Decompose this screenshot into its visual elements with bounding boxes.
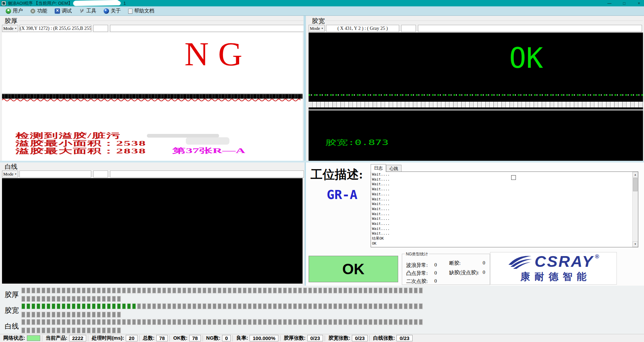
tile-empty xyxy=(107,328,111,333)
tile-empty xyxy=(283,288,287,293)
menu-item-tools[interactable]: 工具 xyxy=(75,7,100,15)
separator xyxy=(139,335,140,341)
menu-item-functions[interactable]: 功能 xyxy=(26,7,51,15)
tile-empty xyxy=(338,288,342,293)
tile-empty xyxy=(112,288,116,293)
menu-label: 关于 xyxy=(111,8,121,14)
result-text-ok: OK xyxy=(509,44,543,72)
status-item: 处理时间(ms):20 xyxy=(90,335,137,341)
menu-item-user[interactable]: 用户 xyxy=(2,7,26,15)
tile-empty xyxy=(152,303,156,309)
maximize-button[interactable]: □ xyxy=(621,1,627,6)
tile-empty xyxy=(343,319,347,325)
window-title: 侧涂AOI程序 【当前用户: OEM】 xyxy=(8,0,72,6)
tile-empty xyxy=(87,312,91,317)
tile-ok xyxy=(32,303,35,309)
log-scrollbar[interactable]: ▲ ▼ xyxy=(632,172,638,247)
tile-empty xyxy=(57,319,60,325)
tile-empty xyxy=(318,303,322,309)
tile-empty xyxy=(223,319,226,325)
tile-empty xyxy=(32,312,35,317)
tile-ok xyxy=(72,303,75,309)
tab-log[interactable]: 日志 xyxy=(371,164,386,172)
tab-heartbeat[interactable]: 心跳 xyxy=(386,165,401,172)
ng-stat-value: 0 xyxy=(434,278,437,284)
tile-ok xyxy=(127,303,131,309)
tile-empty xyxy=(26,319,30,325)
mode-dropdown[interactable]: Mode ▼ xyxy=(2,170,18,178)
tile-empty xyxy=(248,319,252,325)
tile-empty xyxy=(379,319,382,325)
ng-stat-value: 0 xyxy=(483,260,485,266)
mode-dropdown[interactable]: Mode ▼ xyxy=(309,25,325,32)
menu-item-help[interactable]: 帮助文档 xyxy=(124,7,158,15)
separator xyxy=(232,335,233,341)
panel-toolbar: Mode ▼ xyxy=(2,170,303,178)
status-value: 0/23 xyxy=(352,335,368,341)
menu-item-debug[interactable]: 调试 xyxy=(51,7,75,15)
tile-empty xyxy=(308,319,312,325)
tile-empty xyxy=(328,288,332,293)
tile-empty xyxy=(117,319,121,325)
inspection-image-width[interactable]: OK 胶宽:0.873 xyxy=(309,33,643,161)
status-item: NG数:0 xyxy=(205,335,231,341)
tile-empty xyxy=(328,303,332,309)
tile-group-label: 白线 xyxy=(5,322,19,331)
menu-item-about[interactable]: 关于 xyxy=(100,7,124,15)
status-value: 100.000% xyxy=(250,335,278,341)
mode-dropdown[interactable]: Mode ▼ xyxy=(2,25,18,32)
status-item: 良率:100.000% xyxy=(234,335,278,341)
window-title-tail: 1 xyxy=(123,1,126,6)
tile-row xyxy=(21,288,423,293)
tile-empty xyxy=(394,319,397,325)
tile-empty xyxy=(102,312,106,317)
tile-empty xyxy=(37,328,40,333)
tile-empty xyxy=(268,319,272,325)
tile-empty xyxy=(52,319,55,325)
tile-empty xyxy=(162,319,166,325)
scroll-down-icon[interactable]: ▼ xyxy=(633,241,638,247)
menu-bar: 用户 功能 调试 工具 关于 帮助文档 xyxy=(0,6,644,16)
tile-empty xyxy=(348,319,352,325)
tile-empty xyxy=(87,288,91,293)
tile-empty xyxy=(343,288,347,293)
separator xyxy=(369,335,370,341)
tile-empty xyxy=(47,296,50,302)
tile-ok xyxy=(87,303,91,309)
overall-result-button[interactable]: OK xyxy=(309,256,398,282)
checkbox[interactable] xyxy=(511,175,516,180)
separator xyxy=(203,335,203,341)
tile-ok xyxy=(77,303,80,309)
tile-empty xyxy=(369,303,372,309)
close-button[interactable]: × xyxy=(636,1,642,6)
scroll-up-icon[interactable]: ▲ xyxy=(633,172,638,178)
panel-toolbar: Mode ▼ ( X 431, Y 2 ) : ( Gray 25 ) xyxy=(309,25,643,32)
log-list[interactable]: Wait....Wait....Wait....Wait....Wait....… xyxy=(371,172,638,247)
pixel-coords-field: ( X 431, Y 2 ) : ( Gray 25 ) xyxy=(326,25,399,32)
log-tabbar: 日志心跳 xyxy=(371,164,401,172)
tile-empty xyxy=(263,303,267,309)
tile-empty xyxy=(57,312,60,317)
tile-empty xyxy=(323,288,327,293)
log-line: Wait.... xyxy=(372,202,632,207)
inspection-image-whiteline[interactable] xyxy=(2,178,303,284)
separator xyxy=(42,335,42,341)
inspection-image-thickness[interactable]: NG 检测到溢胶/脏污 溢胶最小面积：2538 溢胶最大面积：2838 第37张… xyxy=(2,33,303,161)
tile-empty xyxy=(243,319,247,325)
tile-empty xyxy=(233,288,236,293)
tile-ok xyxy=(122,303,126,309)
tile-empty xyxy=(62,328,65,333)
tile-empty xyxy=(258,303,262,309)
menu-label: 帮助文档 xyxy=(134,8,154,14)
scrollbar-thumb[interactable] xyxy=(633,178,638,191)
tile-empty xyxy=(42,288,45,293)
pixel-coords-field xyxy=(19,170,91,178)
tile-empty xyxy=(409,319,413,325)
minimize-button[interactable]: — xyxy=(606,1,612,6)
tile-empty xyxy=(364,303,367,309)
ng-stat-value: 0 xyxy=(434,270,437,276)
tile-empty xyxy=(177,303,181,309)
tile-empty xyxy=(132,319,136,325)
status-value: 0 xyxy=(222,335,231,341)
tile-empty xyxy=(42,296,45,302)
